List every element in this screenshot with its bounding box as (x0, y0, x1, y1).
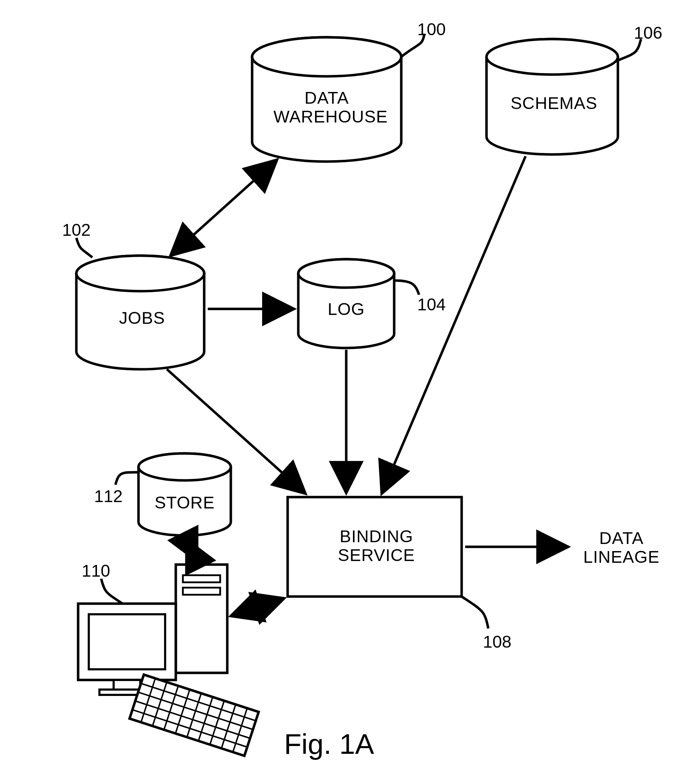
edge-store-computer (187, 540, 197, 561)
ref-106: 106 (634, 23, 662, 42)
svg-point-3 (76, 256, 204, 291)
edge-computer-binding (231, 598, 284, 616)
edge-schemas-binding (382, 156, 526, 493)
ref-100: 100 (417, 19, 446, 39)
callout-104 (394, 281, 419, 295)
svg-point-7 (487, 39, 618, 75)
edge-jobs-datawarehouse (170, 160, 277, 256)
svg-point-1 (252, 37, 401, 76)
ref-104: 104 (417, 295, 446, 314)
svg-point-5 (298, 259, 394, 287)
callout-110 (101, 579, 122, 604)
ref-110: 110 (82, 561, 110, 581)
svg-point-9 (138, 453, 231, 480)
callout-112 (115, 472, 138, 485)
label-store: STORE (153, 493, 217, 512)
label-schemas: SCHEMAS (504, 94, 604, 113)
label-binding-service: BINDING SERVICE (305, 527, 448, 565)
callout-102 (76, 238, 93, 257)
figure-caption: Fig. 1A (284, 728, 374, 761)
ref-102: 102 (62, 220, 91, 240)
callout-108 (462, 597, 488, 628)
label-jobs: JOBS (107, 309, 177, 328)
diagram-canvas: DATA WAREHOUSE 100 JOBS 102 LOG 104 SCHE… (0, 0, 685, 784)
label-data-lineage: DATA LINEAGE (575, 529, 667, 567)
label-log: LOG (320, 300, 373, 319)
label-data-warehouse: DATA WAREHOUSE (273, 89, 380, 127)
computer-icon (78, 565, 258, 756)
ref-112: 112 (94, 487, 122, 506)
ref-108: 108 (483, 632, 511, 652)
